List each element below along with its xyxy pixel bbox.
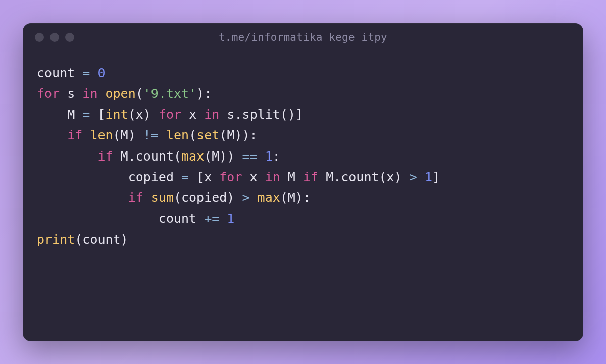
token-kw: for	[219, 170, 242, 184]
token-punc: )	[143, 107, 151, 122]
token-id: count	[136, 149, 174, 164]
token-id: M	[326, 170, 333, 184]
token-kw: if	[303, 170, 318, 184]
token-num: 1	[265, 149, 273, 164]
token-punc: (	[219, 128, 227, 142]
token-punc: )	[196, 86, 204, 101]
close-icon[interactable]	[35, 33, 44, 42]
token-id: s	[67, 86, 75, 101]
token-punc: (	[280, 190, 288, 205]
token-num: 1	[425, 170, 432, 184]
token-fn: len	[90, 128, 113, 142]
token-id: count	[159, 211, 196, 226]
token-id: count	[82, 232, 120, 247]
token-id: M	[212, 149, 219, 164]
token-punc: .	[333, 170, 341, 184]
code-window: t.me/informatika_kege_itpy count = 0 for…	[23, 23, 583, 341]
token-punc: :	[204, 86, 212, 101]
token-punc: (	[204, 149, 212, 164]
token-punc: )	[234, 128, 242, 142]
token-id: count	[341, 170, 379, 184]
token-punc: :	[250, 128, 258, 142]
token-op: >	[410, 170, 417, 184]
token-punc: (	[113, 128, 121, 142]
token-op: =	[82, 66, 90, 80]
token-punc: )	[295, 190, 303, 205]
token-id: M	[288, 190, 295, 205]
token-id: M	[288, 170, 295, 184]
token-fn: len	[166, 128, 189, 142]
token-kw: if	[128, 190, 143, 205]
token-fn: max	[181, 149, 204, 164]
token-num: 0	[97, 66, 105, 80]
token-fn: print	[37, 232, 75, 247]
token-punc: [	[196, 170, 204, 184]
token-punc: [	[97, 107, 105, 122]
token-op: =	[82, 107, 90, 122]
token-id: x	[387, 170, 394, 184]
token-punc: :	[273, 149, 280, 164]
token-fn: set	[196, 128, 219, 142]
token-kw: for	[159, 107, 181, 122]
token-kw: if	[97, 149, 113, 164]
token-kw: if	[67, 128, 82, 142]
token-op: ==	[242, 149, 258, 164]
token-punc: )	[227, 149, 234, 164]
token-op: =	[181, 170, 189, 184]
code-block: count = 0 for s in open('9.txt'): M = [i…	[23, 51, 583, 341]
token-punc: (	[379, 170, 387, 184]
token-punc: (	[174, 149, 181, 164]
token-punc: (	[189, 128, 196, 142]
token-op: +=	[204, 211, 219, 226]
token-fn: max	[258, 190, 280, 205]
token-punc: .	[235, 107, 242, 122]
token-num: 1	[227, 211, 234, 226]
token-id: x	[204, 170, 212, 184]
token-punc: (	[75, 232, 82, 247]
token-id: M	[67, 107, 75, 122]
token-punc: (	[280, 107, 288, 122]
token-punc: .	[128, 149, 136, 164]
token-id: M	[121, 128, 128, 142]
minimize-icon[interactable]	[50, 33, 59, 42]
token-fn: open	[106, 86, 136, 101]
token-id: M	[121, 149, 128, 164]
token-punc: ]	[432, 170, 440, 184]
window-titlebar: t.me/informatika_kege_itpy	[23, 23, 583, 51]
token-punc: ]	[295, 107, 303, 122]
token-punc: )	[121, 232, 128, 247]
token-kw: in	[265, 170, 280, 184]
token-punc: :	[303, 190, 311, 205]
token-id: M	[227, 128, 234, 142]
token-punc: )	[128, 128, 136, 142]
token-punc: )	[227, 190, 234, 205]
token-str: '9.txt'	[143, 86, 196, 101]
token-id: x	[250, 170, 258, 184]
maximize-icon[interactable]	[65, 33, 74, 42]
token-fn: int	[106, 107, 128, 122]
token-punc: )	[288, 107, 295, 122]
token-kw: in	[204, 107, 219, 122]
token-id: x	[136, 107, 143, 122]
token-punc: (	[174, 190, 181, 205]
token-id: x	[189, 107, 196, 122]
token-id: copied	[128, 170, 174, 184]
token-punc: )	[394, 170, 402, 184]
token-id: copied	[181, 190, 227, 205]
token-punc: )	[219, 149, 227, 164]
token-op: !=	[143, 128, 159, 142]
token-id: s	[227, 107, 234, 122]
token-id: count	[37, 66, 75, 80]
token-op: >	[242, 190, 249, 205]
window-title: t.me/informatika_kege_itpy	[23, 31, 583, 43]
token-punc: )	[242, 128, 250, 142]
traffic-lights	[35, 33, 74, 42]
token-punc: (	[128, 107, 136, 122]
token-fn: sum	[151, 190, 174, 205]
token-kw: in	[82, 86, 97, 101]
token-punc: (	[136, 86, 143, 101]
token-kw: for	[37, 86, 60, 101]
token-id: split	[242, 107, 280, 122]
